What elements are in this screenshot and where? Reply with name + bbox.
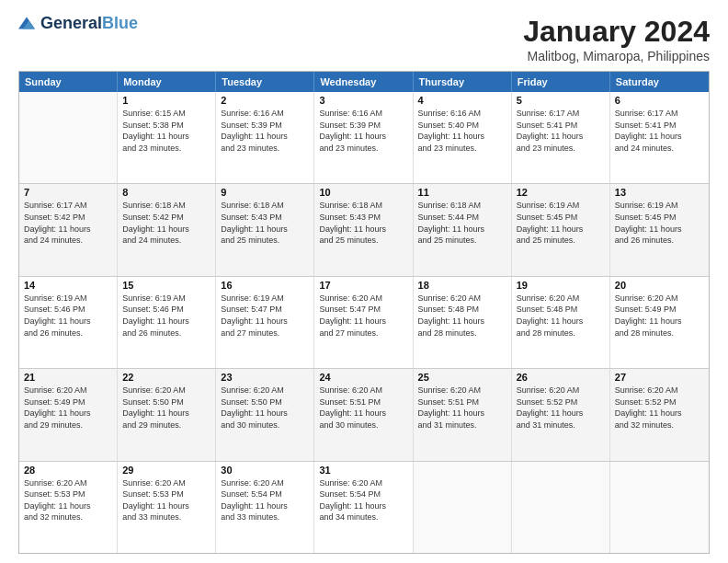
day-number: 7 [24,187,112,198]
sunset-label: Sunset: 5:52 PM [517,396,605,408]
cell-info: Sunrise: 6:20 AM Sunset: 5:53 PM Dayligh… [122,477,210,523]
day-header-saturday: Saturday [610,72,709,92]
week-row-3: 14 Sunrise: 6:19 AM Sunset: 5:46 PM Dayl… [19,277,709,369]
daylight-label: Daylight: 11 hoursand 32 minutes. [615,408,704,431]
daylight-label: Daylight: 11 hoursand 31 minutes. [418,408,506,431]
day-number: 23 [221,372,309,383]
cal-cell: 9 Sunrise: 6:18 AM Sunset: 5:43 PM Dayli… [216,184,314,275]
sunrise-label: Sunrise: 6:17 AM [517,108,605,120]
sunset-label: Sunset: 5:44 PM [418,212,506,224]
sunrise-label: Sunrise: 6:20 AM [24,385,112,396]
sunset-label: Sunset: 5:39 PM [319,120,407,132]
day-number: 9 [221,187,309,198]
sunset-label: Sunset: 5:43 PM [319,212,407,224]
sunrise-label: Sunrise: 6:18 AM [418,200,506,212]
daylight-text: Daylight: 11 hoursand 30 minutes. [319,408,386,430]
cell-info: Sunrise: 6:20 AM Sunset: 5:53 PM Dayligh… [24,477,112,523]
cell-info: Sunrise: 6:20 AM Sunset: 5:52 PM Dayligh… [615,385,704,431]
sunrise-label: Sunrise: 6:16 AM [418,108,506,120]
day-number: 1 [122,95,210,106]
day-header-thursday: Thursday [414,72,512,92]
page: GeneralBlue January 2024 Malitbog, Mimar… [0,0,728,563]
daylight-text: Daylight: 11 hoursand 32 minutes. [615,408,682,430]
daylight-label: Daylight: 11 hoursand 23 minutes. [122,131,210,154]
daylight-label: Daylight: 11 hoursand 23 minutes. [517,131,605,154]
sunrise-label: Sunrise: 6:19 AM [24,293,112,304]
cell-info: Sunrise: 6:18 AM Sunset: 5:42 PM Dayligh… [122,200,210,246]
cell-info: Sunrise: 6:20 AM Sunset: 5:47 PM Dayligh… [319,293,407,339]
cal-cell: 13 Sunrise: 6:19 AM Sunset: 5:45 PM Dayl… [610,184,709,275]
sunset-label: Sunset: 5:40 PM [418,120,506,132]
sunrise-label: Sunrise: 6:20 AM [615,293,704,304]
sunset-label: Sunset: 5:46 PM [122,304,210,316]
cal-cell: 10 Sunrise: 6:18 AM Sunset: 5:43 PM Dayl… [314,184,413,275]
sunrise-label: Sunrise: 6:20 AM [615,385,704,396]
cal-cell [414,462,512,553]
daylight-label: Daylight: 11 hoursand 30 minutes. [319,408,407,431]
sunset-label: Sunset: 5:43 PM [221,212,309,224]
week-row-2: 7 Sunrise: 6:17 AM Sunset: 5:42 PM Dayli… [19,184,709,276]
day-number: 21 [24,372,112,383]
day-number: 8 [122,187,210,198]
day-number: 16 [221,280,309,291]
daylight-label: Daylight: 11 hoursand 26 minutes. [615,224,704,247]
daylight-text: Daylight: 11 hoursand 25 minutes. [221,224,288,246]
sunrise-label: Sunrise: 6:20 AM [319,293,407,304]
title-section: January 2024 Malitbog, Mimaropa, Philipp… [523,15,710,63]
week-row-1: 1 Sunrise: 6:15 AM Sunset: 5:38 PM Dayli… [19,92,709,184]
sunset-label: Sunset: 5:46 PM [24,304,112,316]
daylight-text: Daylight: 11 hoursand 32 minutes. [24,501,91,523]
daylight-text: Daylight: 11 hoursand 29 minutes. [24,408,91,430]
cal-cell: 31 Sunrise: 6:20 AM Sunset: 5:54 PM Dayl… [314,462,413,553]
calendar-body: 1 Sunrise: 6:15 AM Sunset: 5:38 PM Dayli… [19,92,709,553]
cal-cell: 25 Sunrise: 6:20 AM Sunset: 5:51 PM Dayl… [414,369,512,460]
cal-cell: 26 Sunrise: 6:20 AM Sunset: 5:52 PM Dayl… [512,369,610,460]
cal-cell: 11 Sunrise: 6:18 AM Sunset: 5:44 PM Dayl… [414,184,512,275]
daylight-label: Daylight: 11 hoursand 27 minutes. [319,316,407,339]
day-header-wednesday: Wednesday [314,72,413,92]
sunrise-label: Sunrise: 6:18 AM [122,200,210,212]
sunrise-label: Sunrise: 6:16 AM [319,108,407,120]
day-number: 30 [221,465,309,476]
cal-cell: 3 Sunrise: 6:16 AM Sunset: 5:39 PM Dayli… [314,92,413,183]
cal-cell: 6 Sunrise: 6:17 AM Sunset: 5:41 PM Dayli… [610,92,709,183]
sunrise-label: Sunrise: 6:20 AM [24,477,112,489]
cell-info: Sunrise: 6:16 AM Sunset: 5:39 PM Dayligh… [221,108,309,154]
sunset-label: Sunset: 5:53 PM [24,488,112,500]
cell-info: Sunrise: 6:20 AM Sunset: 5:54 PM Dayligh… [221,477,309,523]
day-number: 19 [517,280,605,291]
cal-cell [19,92,118,183]
cal-cell: 8 Sunrise: 6:18 AM Sunset: 5:42 PM Dayli… [118,184,216,275]
daylight-label: Daylight: 11 hoursand 29 minutes. [24,408,112,431]
daylight-text: Daylight: 11 hoursand 26 minutes. [615,224,682,246]
daylight-label: Daylight: 11 hoursand 32 minutes. [24,500,112,523]
sunrise-label: Sunrise: 6:20 AM [221,385,309,396]
daylight-text: Daylight: 11 hoursand 25 minutes. [517,224,584,246]
daylight-text: Daylight: 11 hoursand 24 minutes. [24,224,91,246]
daylight-label: Daylight: 11 hoursand 28 minutes. [418,316,506,339]
daylight-label: Daylight: 11 hoursand 26 minutes. [24,316,112,339]
day-number: 25 [418,372,506,383]
cell-info: Sunrise: 6:16 AM Sunset: 5:39 PM Dayligh… [319,108,407,154]
day-number: 29 [122,465,210,476]
day-number: 15 [122,280,210,291]
sunrise-label: Sunrise: 6:15 AM [122,108,210,120]
daylight-label: Daylight: 11 hoursand 24 minutes. [122,224,210,247]
sunset-label: Sunset: 5:39 PM [221,120,309,132]
cell-info: Sunrise: 6:16 AM Sunset: 5:40 PM Dayligh… [418,108,506,154]
logo-text-general: General [40,14,102,32]
cal-cell: 17 Sunrise: 6:20 AM Sunset: 5:47 PM Dayl… [314,277,413,368]
cell-info: Sunrise: 6:20 AM Sunset: 5:49 PM Dayligh… [615,293,704,339]
daylight-label: Daylight: 11 hoursand 33 minutes. [122,500,210,523]
cal-cell: 27 Sunrise: 6:20 AM Sunset: 5:52 PM Dayl… [610,369,709,460]
sunrise-label: Sunrise: 6:20 AM [418,293,506,304]
cal-cell: 16 Sunrise: 6:19 AM Sunset: 5:47 PM Dayl… [216,277,314,368]
daylight-text: Daylight: 11 hoursand 31 minutes. [517,408,584,430]
daylight-label: Daylight: 11 hoursand 25 minutes. [221,224,309,247]
daylight-text: Daylight: 11 hoursand 26 minutes. [122,316,189,338]
daylight-text: Daylight: 11 hoursand 25 minutes. [418,224,485,246]
daylight-label: Daylight: 11 hoursand 25 minutes. [418,224,506,247]
sunrise-label: Sunrise: 6:20 AM [319,385,407,396]
sunset-label: Sunset: 5:53 PM [122,488,210,500]
daylight-text: Daylight: 11 hoursand 33 minutes. [122,501,189,523]
